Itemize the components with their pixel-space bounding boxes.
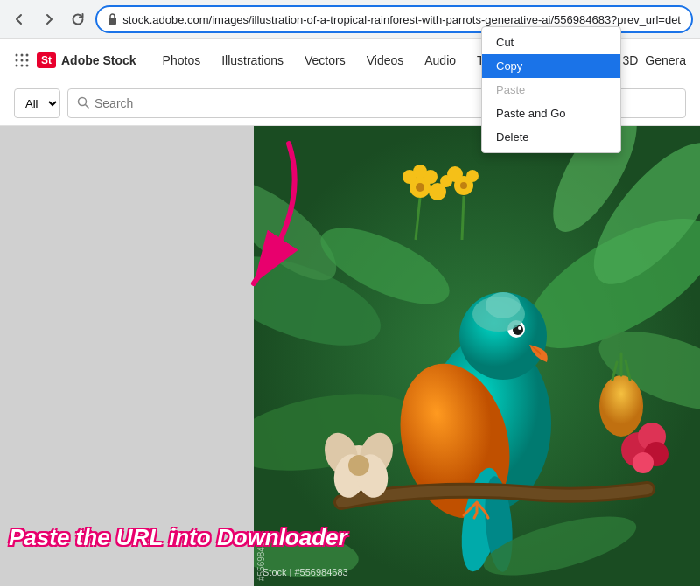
search-icon [77,96,89,111]
nav-vectors[interactable]: Vectors [296,48,354,73]
context-menu-cut[interactable]: Cut [482,31,620,54]
svg-point-1 [16,53,18,56]
context-menu-copy[interactable]: Copy [482,54,620,78]
svg-point-6 [26,59,29,61]
svg-point-51 [633,452,654,473]
nav-genera[interactable]: Genera [645,53,686,67]
svg-point-9 [26,64,29,66]
svg-point-7 [16,64,18,66]
nav-videos[interactable]: Videos [358,48,413,73]
nav-right: 3D Genera [622,53,686,67]
svg-point-29 [460,182,467,189]
context-menu-paste: Paste [482,78,620,102]
context-menu: Cut Copy Paste Paste and Go Delete [481,26,621,153]
svg-point-47 [348,455,369,476]
nav-illustrations[interactable]: Illustrations [213,48,292,73]
stock-image: #556984683 Stock | #556984683 [254,126,700,586]
svg-point-4 [16,59,18,61]
left-sidebar [0,126,254,586]
back-button[interactable] [7,7,32,32]
svg-point-5 [21,59,24,61]
lock-icon [108,13,117,26]
nav-3d[interactable]: 3D [622,53,638,67]
main-content: #556984683 Stock | #556984683 Paste the … [0,126,700,586]
svg-point-8 [21,64,24,66]
stock-label: Stock | #556984683 [262,567,348,578]
svg-point-41 [486,292,521,318]
context-menu-paste-and-go[interactable]: Paste and Go [482,102,620,125]
nav-audio[interactable]: Audio [416,48,465,73]
svg-point-2 [21,53,24,56]
svg-rect-0 [108,18,116,24]
svg-point-27 [466,170,479,182]
svg-point-22 [413,164,427,178]
svg-point-39 [518,326,522,330]
address-text: stock.adobe.com/images/illustration-of-a… [122,13,681,26]
svg-point-52 [599,375,643,437]
nav-photos[interactable]: Photos [154,48,210,73]
svg-line-31 [462,196,464,240]
refresh-button[interactable] [66,7,91,32]
apps-icon[interactable] [14,52,30,68]
adobe-stock-name: Adobe Stock [61,53,136,67]
forward-button[interactable] [37,7,61,32]
filter-select[interactable]: All [14,88,60,118]
svg-point-3 [26,53,29,56]
adobe-stock-badge: St [37,52,56,68]
svg-point-28 [416,183,424,192]
adobe-stock-logo[interactable]: St Adobe Stock [37,52,136,68]
context-menu-delete[interactable]: Delete [482,125,620,149]
